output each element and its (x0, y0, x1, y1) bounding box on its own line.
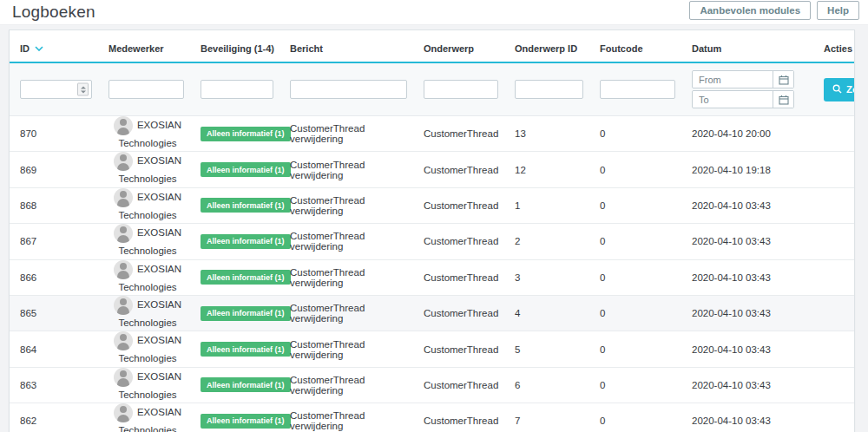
cell-date: 2020-04-10 03:43 (681, 403, 813, 432)
table-row: 869 EXOSIAN Technologies Alleen informat… (10, 152, 854, 187)
cell-subject: CustomerThread (413, 331, 504, 367)
topbar: Logboeken Aanbevolen modules Help (0, 0, 868, 25)
cell-error-code: 0 (589, 367, 681, 403)
cell-message: CustomerThread verwijdering (279, 259, 413, 295)
cell-message: CustomerThread verwijdering (279, 331, 413, 367)
column-header-beveiliging: Beveiliging (1-4) (190, 30, 279, 62)
column-header-medewerker: Medewerker (98, 30, 190, 62)
cell-subject-id: 6 (504, 367, 589, 403)
filter-subject-id-input[interactable] (515, 80, 583, 99)
help-button[interactable]: Help (817, 1, 859, 20)
person-avatar-icon (114, 188, 133, 207)
cell-id: 867 (10, 224, 98, 259)
table-row: 863 EXOSIAN Technologies Alleen informat… (10, 367, 854, 403)
cell-severity: Alleen informatief (1) (190, 403, 279, 432)
cell-id: 862 (10, 403, 98, 432)
filter-message-input[interactable] (290, 80, 407, 99)
cell-id: 868 (10, 187, 98, 223)
column-header-onderwerp: Onderwerp (413, 30, 504, 62)
cell-actions (813, 295, 854, 331)
person-avatar-icon (114, 368, 133, 387)
cell-subject: CustomerThread (413, 367, 504, 403)
cell-actions (813, 367, 854, 403)
cell-employee: EXOSIAN Technologies (98, 116, 190, 152)
cell-subject: CustomerThread (413, 224, 504, 259)
chevron-down-icon[interactable] (35, 43, 43, 53)
calendar-icon[interactable] (773, 91, 793, 108)
cell-actions (813, 152, 854, 187)
filter-id-field (20, 80, 92, 99)
column-header-bericht: Bericht (279, 30, 413, 62)
person-avatar-icon (114, 296, 133, 315)
cell-id: 864 (10, 331, 98, 367)
cell-subject-id: 12 (504, 152, 589, 187)
column-header-id[interactable]: ID (10, 30, 98, 62)
cell-message: CustomerThread verwijdering (279, 116, 413, 152)
cell-employee: EXOSIAN Technologies (98, 224, 190, 259)
logs-table: ID Medewerker Beveiliging (1-4) Bericht … (10, 30, 854, 432)
cell-error-code: 0 (589, 116, 681, 152)
cell-actions (813, 116, 854, 152)
filter-subject-input[interactable] (424, 80, 498, 99)
cell-message: CustomerThread verwijdering (279, 295, 413, 331)
cell-message: CustomerThread verwijdering (279, 224, 413, 259)
severity-badge: Alleen informatief (1) (201, 270, 291, 285)
search-button-label: Zoeken (846, 84, 855, 95)
column-header-onderwerp-id: Onderwerp ID (504, 30, 589, 62)
filter-severity-input[interactable] (201, 80, 273, 99)
cell-severity: Alleen informatief (1) (190, 367, 279, 403)
cell-id: 869 (10, 152, 98, 187)
column-header-acties: Acties (813, 30, 854, 62)
cell-subject-id: 3 (504, 259, 589, 295)
severity-badge: Alleen informatief (1) (201, 162, 291, 177)
severity-badge: Alleen informatief (1) (201, 306, 291, 321)
cell-severity: Alleen informatief (1) (190, 331, 279, 367)
page-title: Logboeken (12, 3, 95, 22)
recommended-modules-button[interactable]: Aanbevolen modules (689, 1, 811, 20)
person-avatar-icon (114, 224, 133, 243)
cell-employee: EXOSIAN Technologies (98, 403, 190, 432)
cell-severity: Alleen informatief (1) (190, 116, 279, 152)
date-from-input[interactable] (693, 71, 773, 88)
cell-error-code: 0 (589, 295, 681, 331)
cell-subject-id: 5 (504, 331, 589, 367)
table-row: 866 EXOSIAN Technologies Alleen informat… (10, 259, 854, 295)
date-to-input[interactable] (693, 91, 773, 108)
cell-error-code: 0 (589, 224, 681, 259)
table-row: 864 EXOSIAN Technologies Alleen informat… (10, 331, 854, 367)
filter-row: Zoeken (10, 62, 854, 116)
person-avatar-icon (114, 403, 133, 422)
cell-id: 866 (10, 259, 98, 295)
filter-errorcode-input[interactable] (600, 80, 675, 99)
table-row: 862 EXOSIAN Technologies Alleen informat… (10, 403, 854, 432)
filter-employee-input[interactable] (108, 80, 184, 99)
severity-badge: Alleen informatief (1) (201, 127, 291, 141)
person-avatar-icon (114, 116, 133, 135)
person-avatar-icon (114, 260, 133, 279)
severity-badge: Alleen informatief (1) (201, 414, 291, 429)
cell-severity: Alleen informatief (1) (190, 152, 279, 187)
table-row: 867 EXOSIAN Technologies Alleen informat… (10, 224, 854, 259)
column-header-datum: Datum (681, 30, 813, 62)
cell-date: 2020-04-10 03:43 (681, 367, 813, 403)
table-row: 870 EXOSIAN Technologies Alleen informat… (10, 116, 854, 152)
calendar-icon[interactable] (773, 71, 793, 88)
cell-employee: EXOSIAN Technologies (98, 367, 190, 403)
cell-subject: CustomerThread (413, 187, 504, 223)
log-table-body: 870 EXOSIAN Technologies Alleen informat… (10, 116, 854, 432)
number-stepper-icon[interactable] (77, 83, 89, 96)
date-to-group (692, 90, 794, 108)
cell-actions (813, 187, 854, 223)
cell-error-code: 0 (589, 259, 681, 295)
cell-actions (813, 259, 854, 295)
cell-subject-id: 2 (504, 224, 589, 259)
cell-date: 2020-04-10 03:43 (681, 187, 813, 223)
search-button[interactable]: Zoeken (824, 78, 855, 101)
cell-id: 865 (10, 295, 98, 331)
cell-actions (813, 331, 854, 367)
cell-actions (813, 403, 854, 432)
cell-severity: Alleen informatief (1) (190, 295, 279, 331)
cell-severity: Alleen informatief (1) (190, 259, 279, 295)
cell-subject: CustomerThread (413, 403, 504, 432)
cell-date: 2020-04-10 03:43 (681, 224, 813, 259)
